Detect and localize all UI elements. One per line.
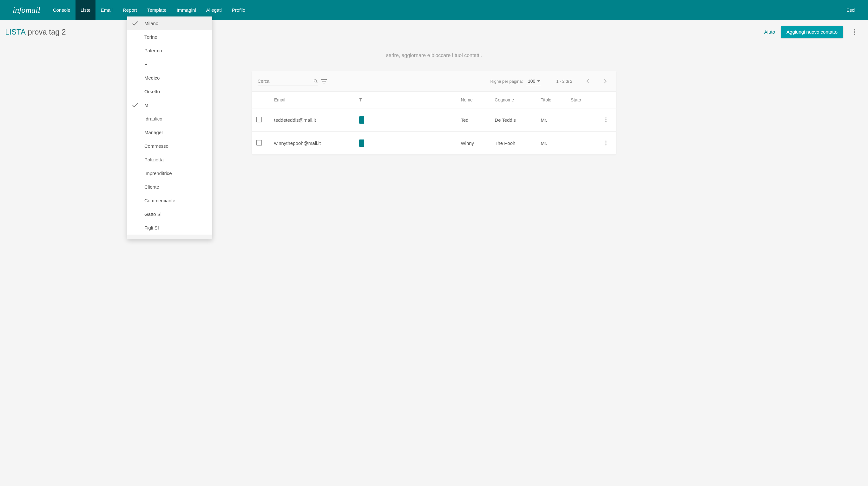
table-row: teddeteddis@mail.it Ted De Teddis Mr. [252,108,616,132]
col-titolo[interactable]: Titolo [536,92,566,108]
dropdown-item[interactable]: Torino [127,30,212,44]
col-nome[interactable]: Nome [456,92,490,108]
dropdown-item[interactable]: Milano [127,17,212,30]
check-icon [132,21,143,26]
more-vertical-icon [605,117,607,122]
col-actions [596,92,616,108]
svg-point-8 [605,117,607,119]
cell-nome: Winny [456,132,490,155]
dropdown-item-label: Palermo [144,48,207,53]
dropdown-item[interactable]: M [127,98,212,112]
nav-liste[interactable]: Liste [75,0,96,20]
search-icon [313,79,318,84]
cell-titolo: Mr. [536,132,566,155]
page-title-rest: prova tag 2 [28,28,66,36]
dropdown-item-label: Milano [144,21,207,26]
row-checkbox[interactable] [256,140,262,145]
page-title: LISTA prova tag 2 [5,28,66,36]
nav-email[interactable]: Email [95,0,118,20]
cell-email: teddeteddis@mail.it [270,108,355,132]
cell-email: winnythepooh@mail.it [270,132,355,155]
col-checkbox [252,92,270,108]
tag-chip[interactable] [359,139,364,147]
svg-point-11 [605,140,607,142]
nav-console[interactable]: Console [48,0,75,20]
dropdown-item-label: Medico [144,75,207,80]
table-header-row: Email T Nome Cognome Titolo Stato [252,92,616,108]
svg-point-1 [854,31,855,33]
search-field[interactable] [258,77,318,86]
svg-rect-5 [321,79,327,79]
dropdown-item-label: Commesso [144,143,207,149]
page-title-prefix: LISTA [5,28,26,36]
svg-rect-6 [322,81,326,82]
dropdown-scroll[interactable]: MilanoTorinoPalermoFMedicoOrsettoMIdraul… [127,17,212,166]
svg-point-2 [854,34,855,35]
svg-point-0 [854,29,855,30]
chevron-left-icon [586,79,589,84]
next-page-button[interactable] [600,76,610,86]
page-menu-button[interactable] [849,26,860,38]
row-menu-button[interactable] [600,137,612,149]
svg-point-3 [314,79,317,82]
tag-chip[interactable] [359,116,364,124]
filter-icon[interactable] [321,79,327,84]
contacts-card: Righe per pagina: 100 1 - 2 di 2 Email T [252,71,616,155]
add-contact-button[interactable]: Aggiungi nuovo contatto [781,26,843,38]
col-email[interactable]: Email [270,92,355,108]
dropdown-item-label: Poliziotta [144,157,207,162]
cell-cognome: The Pooh [490,132,536,155]
nav-logout[interactable]: Esci [841,7,860,13]
dropdown-item-label: Manager [144,130,207,135]
more-vertical-icon [854,29,855,35]
svg-point-10 [605,121,607,122]
dropdown-item[interactable]: Commesso [127,139,212,153]
svg-line-4 [316,82,317,83]
dropdown-item-label: Torino [144,34,207,40]
rows-per-page-select[interactable]: 100 [526,77,541,85]
svg-rect-7 [323,83,325,84]
col-cognome[interactable]: Cognome [490,92,536,108]
cell-titolo: Mr. [536,108,566,132]
prev-page-button[interactable] [583,76,593,86]
tag-filter-dropdown[interactable]: MilanoTorinoPalermoFMedicoOrsettoMIdraul… [127,17,212,166]
col-tag[interactable]: T [355,92,386,108]
dropdown-item-label: M [144,102,207,108]
cell-cognome: De Teddis [490,108,536,132]
dropdown-item[interactable]: Poliziotta [127,153,212,166]
dropdown-item[interactable]: F [127,57,212,71]
row-checkbox[interactable] [256,117,262,122]
rows-per-page-value: 100 [528,78,535,84]
dropdown-item[interactable]: Medico [127,71,212,85]
nav-profilo[interactable]: Profilo [227,0,251,20]
cell-stato [566,132,596,155]
col-spacer [386,92,456,108]
dropdown-item[interactable]: Idraulico [127,112,212,126]
svg-point-9 [605,119,607,121]
dropdown-item-label: Idraulico [144,116,207,122]
dropdown-item[interactable]: Manager [127,126,212,139]
col-stato[interactable]: Stato [566,92,596,108]
toolbar-right: Righe per pagina: 100 1 - 2 di 2 [491,76,610,86]
more-vertical-icon [605,140,607,145]
rows-per-page: Righe per pagina: 100 [491,77,541,85]
row-menu-button[interactable] [600,114,612,126]
nav-right: Esci [841,7,860,13]
table-row: winnythepooh@mail.it Winny The Pooh Mr. [252,132,616,155]
contacts-table: Email T Nome Cognome Titolo Stato teddet… [252,92,616,155]
header-actions: Aiuto Aggiungi nuovo contatto [764,26,860,38]
cell-nome: Ted [456,108,490,132]
help-link[interactable]: Aiuto [764,29,775,35]
dropdown-item-label: F [144,62,207,67]
dropdown-item[interactable]: Palermo [127,44,212,57]
logo: infomail [8,5,45,15]
pagination-info: 1 - 2 di 2 [556,79,572,84]
svg-point-12 [605,142,607,143]
cell-stato [566,108,596,132]
rows-per-page-label: Righe per pagina: [491,79,523,84]
chevron-right-icon [604,79,607,84]
chevron-down-icon [537,80,540,82]
toolbar: Righe per pagina: 100 1 - 2 di 2 [252,71,616,92]
search-input[interactable] [258,78,313,84]
dropdown-item[interactable]: Orsetto [127,85,212,98]
